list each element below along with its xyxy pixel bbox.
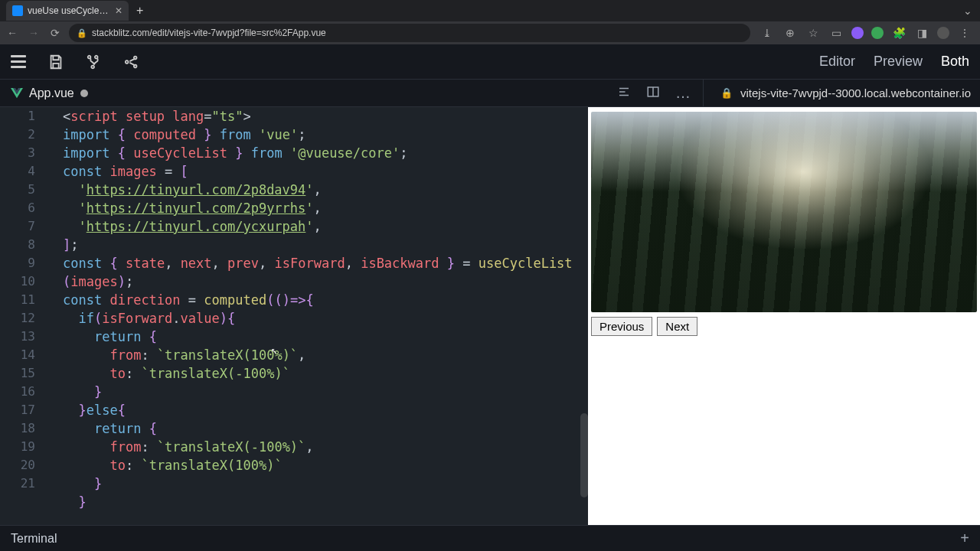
code-line[interactable]: const { state, next, prev, isForward, is… xyxy=(63,254,588,272)
carousel-controls: Previous Next xyxy=(591,317,977,336)
preview-pane: Previous Next xyxy=(588,107,980,525)
back-button[interactable]: ← xyxy=(5,27,20,39)
code-line[interactable]: from: `translateX(100%)`, xyxy=(63,346,588,364)
browser-tab[interactable]: vueUse useCycleList part 2 (e ✕ xyxy=(6,1,129,21)
code-line[interactable]: } xyxy=(63,383,588,401)
tab-strip: vueUse useCycleList part 2 (e ✕ + ⌄ xyxy=(0,0,980,21)
save-button[interactable] xyxy=(47,54,64,70)
split-editor-icon[interactable] xyxy=(646,85,660,102)
code-line[interactable]: const images = [ xyxy=(63,162,588,181)
code-line[interactable]: ]; xyxy=(63,236,588,254)
address-bar[interactable]: 🔒 stackblitz.com/edit/vitejs-vite-7wvpjd… xyxy=(69,24,750,42)
previous-button[interactable]: Previous xyxy=(591,317,652,336)
scrollbar-thumb[interactable] xyxy=(580,413,588,497)
browser-menu-icon[interactable]: ⋮ xyxy=(957,27,972,39)
code-line[interactable]: if(isForward.value){ xyxy=(63,309,588,328)
window-controls: ⌄ xyxy=(963,5,980,17)
stackblitz-favicon xyxy=(12,5,23,16)
bookmark-icon[interactable]: ☆ xyxy=(805,27,821,39)
zoom-icon[interactable]: ⊕ xyxy=(782,27,798,39)
code-line[interactable]: import { computed } from 'vue'; xyxy=(63,126,588,144)
next-button[interactable]: Next xyxy=(657,317,697,336)
address-row: ← → ⟳ 🔒 stackblitz.com/edit/vitejs-vite-… xyxy=(0,21,980,44)
line-number: 18 xyxy=(0,419,35,438)
line-number: 19 xyxy=(0,438,35,456)
format-icon[interactable] xyxy=(617,85,631,102)
preview-lock-icon: 🔒 xyxy=(720,87,733,99)
view-mode-tabs: Editor Preview Both xyxy=(819,54,969,70)
code-line[interactable]: from: `translateX(-100%)`, xyxy=(63,438,588,456)
line-number: 14 xyxy=(0,346,35,364)
code-line[interactable]: 'https://tinyurl.com/ycxurpah', xyxy=(63,217,588,236)
code-line[interactable]: (images); xyxy=(63,272,588,291)
main-split: 123456789101112131415161718192021 <scrip… xyxy=(0,107,980,525)
close-tab-icon[interactable]: ✕ xyxy=(115,5,122,16)
code-line[interactable]: } xyxy=(63,493,588,511)
code-line[interactable]: return { xyxy=(63,328,588,346)
line-number: 4 xyxy=(0,162,35,181)
view-editor[interactable]: Editor xyxy=(819,54,855,70)
code-editor[interactable]: 123456789101112131415161718192021 <scrip… xyxy=(0,107,588,525)
profile-avatar[interactable] xyxy=(937,27,949,39)
code-line[interactable]: import { useCycleList } from '@vueuse/co… xyxy=(63,144,588,162)
code-line[interactable]: to: `translateX(100%)` xyxy=(63,456,588,474)
code-content[interactable]: <script setup lang="ts">import { compute… xyxy=(0,107,588,511)
file-name: App.vue xyxy=(29,86,74,100)
terminal-panel[interactable]: Terminal + xyxy=(0,525,980,551)
file-tab-app-vue[interactable]: App.vue xyxy=(0,80,99,106)
vue-icon xyxy=(11,88,23,99)
line-number: 21 xyxy=(0,474,35,493)
url-text: stackblitz.com/edit/vitejs-vite-7wvpjd?f… xyxy=(92,28,326,38)
line-number: 11 xyxy=(0,291,35,309)
hamburger-icon xyxy=(11,55,26,68)
editor-tools: … xyxy=(617,84,703,102)
terminal-label: Terminal xyxy=(11,532,57,546)
line-number: 5 xyxy=(0,181,35,199)
line-number: 7 xyxy=(0,217,35,236)
code-line[interactable]: 'https://tinyurl.com/2p9yrrhs', xyxy=(63,199,588,217)
share-icon xyxy=(124,54,141,70)
editor-tab-row: App.vue … 🔒 vitejs-vite-7wvpjd--3000.loc… xyxy=(0,80,980,107)
line-number-gutter: 123456789101112131415161718192021 xyxy=(0,107,49,493)
extensions-icon[interactable]: 🧩 xyxy=(891,27,906,39)
line-number: 12 xyxy=(0,309,35,328)
extension-icon-1[interactable] xyxy=(851,27,864,39)
new-tab-button[interactable]: + xyxy=(136,4,143,18)
lock-icon: 🔒 xyxy=(77,28,87,38)
fork-icon xyxy=(86,54,103,70)
code-line[interactable]: <script setup lang="ts"> xyxy=(63,107,588,126)
share-button[interactable] xyxy=(124,54,141,70)
more-icon[interactable]: … xyxy=(675,84,692,102)
view-both[interactable]: Both xyxy=(941,54,969,70)
extension-icon-2[interactable] xyxy=(871,27,884,39)
tab-dropdown-icon[interactable]: ⌄ xyxy=(963,5,972,17)
line-number: 16 xyxy=(0,383,35,401)
line-number: 1 xyxy=(0,107,35,126)
line-number: 3 xyxy=(0,144,35,162)
code-line[interactable]: } xyxy=(63,474,588,493)
reload-button[interactable]: ⟳ xyxy=(47,27,63,39)
fork-button[interactable] xyxy=(86,54,103,70)
code-line[interactable]: }else{ xyxy=(63,401,588,419)
reading-list-icon[interactable]: ▭ xyxy=(828,27,844,39)
menu-button[interactable] xyxy=(11,55,26,68)
new-terminal-button[interactable]: + xyxy=(960,530,969,547)
preview-url[interactable]: vitejs-vite-7wvpjd--3000.local.webcontai… xyxy=(740,86,971,99)
install-app-icon[interactable]: ⤓ xyxy=(760,27,775,39)
line-number: 2 xyxy=(0,126,35,144)
code-line[interactable]: const direction = computed(()=>{ xyxy=(63,291,588,309)
extension-icons: ⤓ ⊕ ☆ ▭ 🧩 ◨ ⋮ xyxy=(756,27,975,39)
side-panel-icon[interactable]: ◨ xyxy=(914,27,929,39)
code-line[interactable]: 'https://tinyurl.com/2p8dav94', xyxy=(63,181,588,199)
stackblitz-toolbar: Editor Preview Both xyxy=(0,44,980,80)
line-number: 13 xyxy=(0,328,35,346)
preview-address-bar: 🔒 vitejs-vite-7wvpjd--3000.local.webcont… xyxy=(703,80,980,106)
unsaved-indicator-icon xyxy=(80,90,88,97)
carousel-image xyxy=(591,112,977,312)
view-preview[interactable]: Preview xyxy=(874,54,923,70)
forward-button[interactable]: → xyxy=(26,27,41,39)
code-line[interactable]: to: `translateX(-100%)` xyxy=(63,364,588,383)
line-number: 20 xyxy=(0,456,35,474)
code-line[interactable]: return { xyxy=(63,419,588,438)
line-number: 10 xyxy=(0,272,35,291)
